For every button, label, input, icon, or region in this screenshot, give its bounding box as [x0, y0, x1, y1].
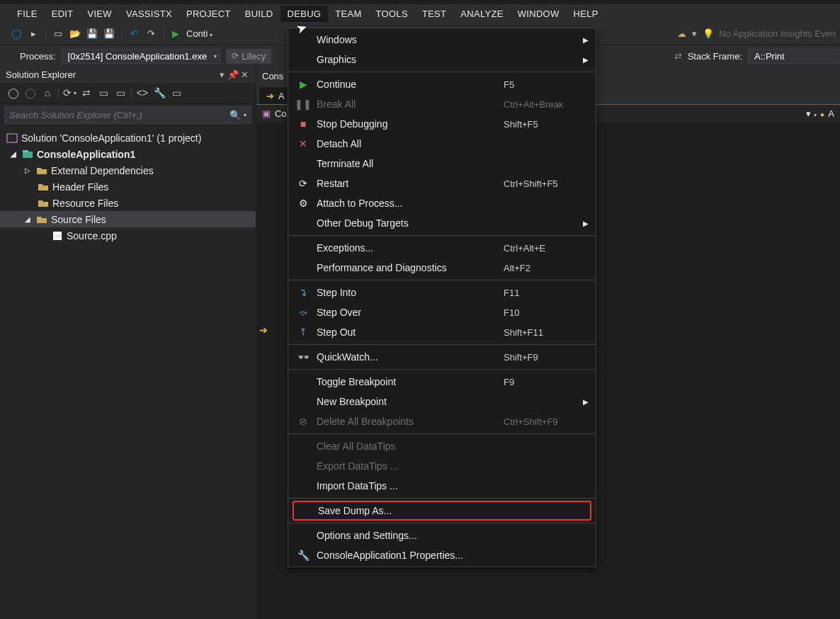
svg-rect-1 [23, 152, 33, 158]
continue-label[interactable]: Conti [186, 28, 212, 39]
caret-down-icon[interactable]: ◢ [23, 215, 33, 223]
panel-close-icon[interactable]: ✕ [239, 69, 250, 80]
tree-project[interactable]: ◢ ConsoleApplication1 [0, 146, 256, 162]
process-select[interactable]: [0x2514] ConsoleApplication1.exe [62, 49, 221, 64]
menu-attach[interactable]: ⚙ Attach to Process... [288, 193, 596, 213]
menu-file[interactable]: FILE [10, 6, 45, 22]
menu-new-bp[interactable]: New Breakpoint ▶ [288, 392, 596, 411]
menu-toggle-bp[interactable]: Toggle Breakpoint F9 [288, 372, 596, 392]
open-icon[interactable]: 📂 [69, 28, 81, 40]
tree-source-cpp[interactable]: ++ Source.cpp [0, 227, 256, 244]
breadcrumb[interactable]: Cons [262, 71, 283, 81]
menu-terminate[interactable]: Terminate All [288, 154, 596, 174]
debug-menu: Windows ▶ Graphics ▶ ▶ Continue F5 ❚❚ Br… [288, 28, 596, 567]
solution-toolbar: ◯ ◯ ⌂ ⟳ ⇄ ▭ ▭ <> 🔧 ▭ [0, 83, 256, 103]
delete-bp-icon: ⊘ [299, 416, 307, 427]
menu-import-tips[interactable]: Import DataTips ... [288, 476, 596, 496]
sync-icon[interactable]: ⟳ [62, 86, 77, 100]
menu-step-into[interactable]: ↴ Step Into F11 [288, 283, 596, 302]
nav-fwd-icon[interactable]: ▸ [27, 28, 40, 40]
cloud-icon[interactable]: ☁ [677, 28, 686, 39]
menu-help[interactable]: HELP [567, 6, 606, 22]
menu-quickwatch[interactable]: 👓 QuickWatch... Shift+F9 [288, 347, 596, 367]
caret-down-icon[interactable]: ◢ [8, 150, 18, 158]
menu-edit[interactable]: EDIT [45, 6, 81, 22]
menu-export-tips: Export DataTips ... [288, 456, 596, 476]
show-all-icon[interactable]: ▭ [113, 86, 128, 100]
stack-frame-select[interactable]: A::Print [748, 49, 840, 64]
gear-icon: ⟳ [232, 51, 239, 61]
redo-icon[interactable]: ↷ [144, 28, 157, 40]
menu-view[interactable]: VIEW [80, 6, 118, 22]
menu-window[interactable]: WINDOW [511, 6, 567, 22]
random-icon[interactable]: ⇄ [674, 51, 682, 62]
wrench-icon: 🔧 [297, 550, 310, 561]
save-icon[interactable]: 💾 [86, 28, 98, 40]
refresh-icon[interactable]: ⇄ [79, 86, 94, 100]
continue-icon[interactable]: ▶ [169, 28, 182, 40]
panel-dropdown-icon[interactable]: ▾ [216, 69, 227, 80]
nav-back-icon[interactable]: ◯ [10, 28, 23, 40]
menu-del-bp: ⊘ Delete All Breakpoints Ctrl+Shift+F9 [288, 411, 596, 431]
tree-ext-deps[interactable]: ▷ External Dependencies [0, 162, 256, 178]
menu-stop[interactable]: ■ Stop Debugging Shift+F5 [288, 114, 596, 134]
menu-detach[interactable]: ✕ Detach All [288, 134, 596, 154]
tree-resource-files[interactable]: Resource Files [0, 195, 256, 211]
search-icon[interactable]: 🔍 [229, 110, 241, 120]
menu-step-over[interactable]: ⤼ Step Over F10 [288, 302, 596, 322]
panel-title: Solution Explorer [6, 69, 76, 80]
tree-header-files[interactable]: Header Files [0, 178, 256, 195]
menu-restart[interactable]: ⟳ Restart Ctrl+Shift+F5 [288, 174, 596, 193]
collapse-icon[interactable]: ▭ [96, 86, 111, 100]
restart-icon: ⟳ [299, 178, 307, 189]
menu-graphics[interactable]: Graphics ▶ [288, 50, 596, 69]
menu-save-dump[interactable]: Save Dump As... [294, 502, 590, 519]
submenu-arrow-icon: ▶ [583, 220, 589, 227]
submenu-arrow-icon: ▶ [583, 36, 589, 44]
tree-source-files[interactable]: ◢ Source Files [0, 211, 256, 227]
tree-solution[interactable]: Solution 'ConsoleApplication1' (1 projec… [0, 130, 256, 146]
code-icon[interactable]: <> [135, 86, 150, 100]
lifecycle-button[interactable]: ⟳ Lifecy [226, 49, 271, 64]
menu-build[interactable]: BUILD [238, 6, 280, 22]
insights-text: ☁ ▾ 💡 No Application Insights Even [677, 28, 836, 39]
folder-open-icon [35, 214, 48, 225]
menu-save-dump-highlight: Save Dump As... [293, 501, 591, 521]
search-input[interactable] [9, 107, 229, 123]
svg-text:++: ++ [55, 233, 62, 239]
menu-vassistx[interactable]: VASSISTX [119, 6, 179, 22]
play-icon: ▶ [300, 79, 307, 90]
menu-windows[interactable]: Windows ▶ [288, 30, 596, 50]
nav-member[interactable]: A [828, 108, 834, 119]
home-icon[interactable]: ⌂ [40, 86, 55, 100]
class-icon: ▣ [262, 108, 271, 119]
more-icon[interactable]: ▭ [169, 86, 184, 100]
panel-pin-icon[interactable]: 📌 [227, 69, 239, 80]
menu-options[interactable]: Options and Settings... [288, 526, 596, 545]
tab-a[interactable]: ➔ A [259, 87, 292, 104]
menu-continue[interactable]: ▶ Continue F5 [288, 74, 596, 94]
menu-project-props[interactable]: 🔧 ConsoleApplication1 Properties... [288, 545, 596, 565]
menu-analyze[interactable]: ANALYZE [453, 6, 510, 22]
panel-title-bar: Solution Explorer ▾ 📌 ✕ [0, 67, 256, 83]
menu-exceptions[interactable]: Exceptions... Ctrl+Alt+E [288, 238, 596, 258]
search-box[interactable]: 🔍 ▾ [4, 106, 251, 124]
menu-perf-diag[interactable]: Performance and Diagnostics Alt+F2 [288, 258, 596, 278]
menu-test[interactable]: TEST [415, 6, 453, 22]
menu-tools[interactable]: TOOLS [369, 6, 415, 22]
save-all-icon[interactable]: 💾 [103, 28, 115, 40]
menu-team[interactable]: TEAM [328, 6, 368, 22]
svg-rect-0 [7, 134, 17, 142]
search-dropdown-icon[interactable]: ▾ [244, 112, 246, 118]
menu-other-targets[interactable]: Other Debug Targets ▶ [288, 213, 596, 233]
properties-icon[interactable]: 🔧 [152, 86, 167, 100]
new-project-icon[interactable]: ▭ [52, 28, 64, 40]
pause-icon: ❚❚ [295, 98, 312, 110]
menu-step-out[interactable]: ⤒ Step Out Shift+F11 [288, 322, 596, 342]
menu-debug[interactable]: DEBUG [280, 6, 329, 22]
fwd-icon[interactable]: ◯ [23, 86, 38, 100]
caret-right-icon[interactable]: ▷ [23, 166, 33, 174]
menu-project[interactable]: PROJECT [179, 6, 238, 22]
back-icon[interactable]: ◯ [6, 86, 21, 100]
undo-icon[interactable]: ↶ [127, 28, 140, 40]
